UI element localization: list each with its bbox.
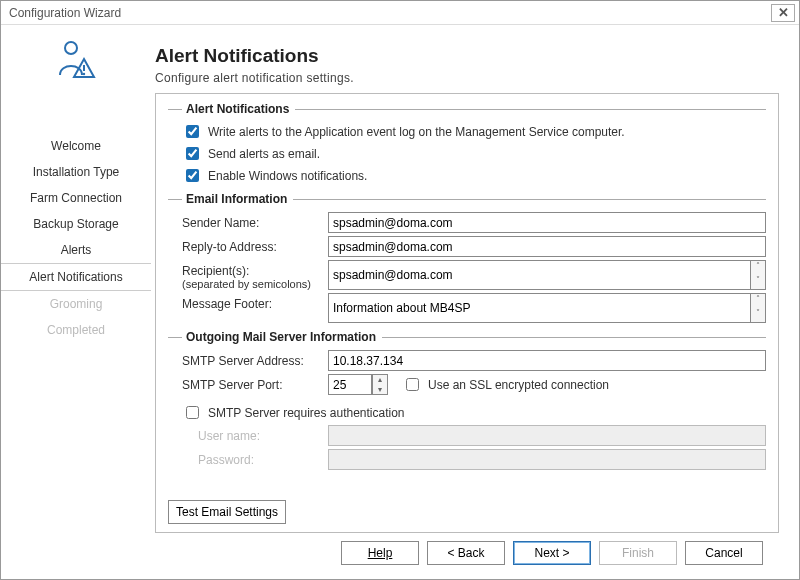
nav-item-farm-connection[interactable]: Farm Connection [1, 185, 151, 211]
group-smtp-header: Outgoing Mail Server Information [168, 330, 766, 344]
checkbox-send-email[interactable] [186, 147, 199, 160]
label-smtp-address: SMTP Server Address: [168, 350, 328, 368]
label-write-eventlog: Write alerts to the Application event lo… [208, 125, 625, 139]
input-message-footer[interactable] [328, 293, 750, 323]
input-smtp-address[interactable] [328, 350, 766, 371]
label-password: Password: [168, 449, 328, 467]
titlebar: Configuration Wizard ✕ [1, 1, 799, 25]
next-button[interactable]: Next > [513, 541, 591, 565]
message-footer-scroll[interactable]: ˄ ˅ [750, 293, 766, 323]
wizard-user-alert-icon [52, 35, 100, 83]
config-wizard-window: Configuration Wizard ✕ Welcome Installat… [0, 0, 800, 580]
label-send-email: Send alerts as email. [208, 147, 320, 161]
page-subtitle: Configure alert notification settings. [155, 71, 779, 85]
page-title: Alert Notifications [155, 45, 779, 67]
window-title: Configuration Wizard [9, 6, 121, 20]
close-icon[interactable]: ✕ [771, 4, 795, 22]
nav-item-installation-type[interactable]: Installation Type [1, 159, 151, 185]
input-username [328, 425, 766, 446]
checkbox-smtp-auth[interactable] [186, 406, 199, 419]
port-spinner[interactable]: ▴ ▾ [372, 374, 388, 395]
finish-button: Finish [599, 541, 677, 565]
nav-item-alert-notifications[interactable]: Alert Notifications [1, 263, 151, 291]
input-sender-name[interactable] [328, 212, 766, 233]
recipients-scroll[interactable]: ˄ ˅ [750, 260, 766, 290]
svg-point-2 [83, 73, 85, 75]
checkbox-ssl[interactable] [406, 378, 419, 391]
help-button[interactable]: Help [341, 541, 419, 565]
label-smtp-port: SMTP Server Port: [168, 374, 328, 392]
input-password [328, 449, 766, 470]
label-reply-to: Reply-to Address: [168, 236, 328, 254]
test-email-settings-button[interactable]: Test Email Settings [168, 500, 286, 524]
input-smtp-port[interactable] [328, 374, 372, 395]
back-button[interactable]: < Back [427, 541, 505, 565]
label-sender-name: Sender Name: [168, 212, 328, 230]
chevron-up-icon[interactable]: ˄ [751, 261, 765, 275]
svg-point-0 [65, 42, 77, 54]
label-ssl: Use an SSL encrypted connection [428, 378, 609, 392]
cancel-button[interactable]: Cancel [685, 541, 763, 565]
group-alert-legend: Alert Notifications [186, 102, 289, 116]
chevron-down-icon[interactable]: ˅ [751, 308, 765, 322]
label-windows-notifications: Enable Windows notifications. [208, 169, 367, 183]
sidebar: Welcome Installation Type Farm Connectio… [1, 25, 151, 579]
group-email-legend: Email Information [186, 192, 287, 206]
group-alert-header: Alert Notifications [168, 102, 766, 116]
checkbox-windows-notifications[interactable] [186, 169, 199, 182]
input-recipients[interactable] [328, 260, 750, 290]
chevron-up-icon[interactable]: ˄ [751, 294, 765, 308]
chevron-up-icon[interactable]: ▴ [373, 375, 387, 385]
nav-item-completed: Completed [1, 317, 151, 343]
nav-item-welcome[interactable]: Welcome [1, 133, 151, 159]
nav-list: Welcome Installation Type Farm Connectio… [1, 133, 151, 343]
nav-item-grooming: Grooming [1, 291, 151, 317]
label-recipients: Recipient(s): (separated by semicolons) [168, 260, 328, 290]
wizard-footer: Help < Back Next > Finish Cancel [155, 533, 779, 573]
input-reply-to[interactable] [328, 236, 766, 257]
label-username: User name: [168, 425, 328, 443]
chevron-down-icon[interactable]: ˅ [751, 275, 765, 289]
checkbox-write-eventlog[interactable] [186, 125, 199, 138]
label-smtp-auth: SMTP Server requires authentication [208, 406, 405, 420]
group-smtp-legend: Outgoing Mail Server Information [186, 330, 376, 344]
label-message-footer: Message Footer: [168, 293, 328, 311]
chevron-down-icon[interactable]: ▾ [373, 385, 387, 395]
nav-item-backup-storage[interactable]: Backup Storage [1, 211, 151, 237]
group-email-header: Email Information [168, 192, 766, 206]
nav-item-alerts[interactable]: Alerts [1, 237, 151, 263]
content-panel: Alert Notifications Write alerts to the … [155, 93, 779, 533]
